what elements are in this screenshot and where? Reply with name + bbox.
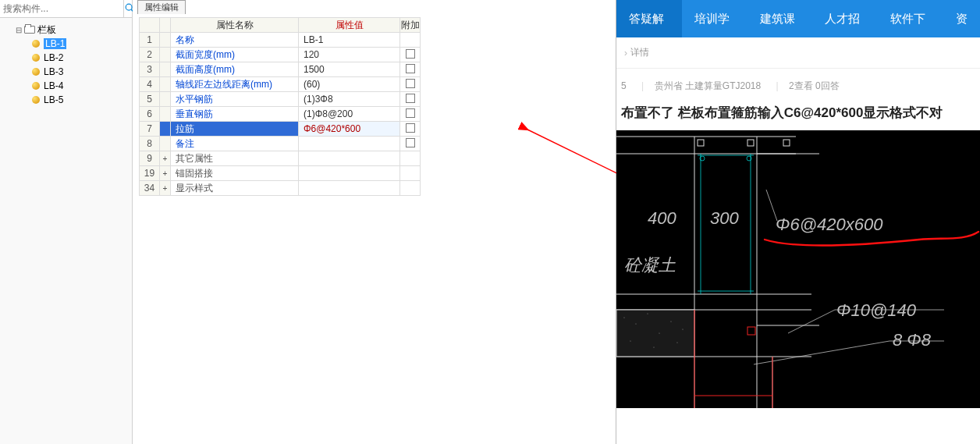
row-number: 4 [140,77,160,92]
extra-checkbox-cell[interactable] [400,92,421,107]
expand-toggle [160,48,171,62]
cad-label-2: Φ10@140 [836,300,917,320]
property-value[interactable] [299,137,400,151]
tree-node-item[interactable]: LB-1 [3,37,129,51]
tab-property-edit[interactable]: 属性编辑 [137,0,186,14]
property-row[interactable]: 5水平钢筋(1)3Φ8 [140,92,421,107]
nav-item[interactable]: 培训学习 [682,0,747,37]
tree-node-root[interactable]: ⊟ 栏板 [3,23,129,37]
extra-checkbox-cell[interactable] [400,62,421,77]
checkbox[interactable] [406,94,415,103]
nav-item[interactable]: 软件下载 [878,0,943,37]
svg-point-23 [659,332,659,333]
property-name: 水平钢筋 [171,92,299,107]
extra-checkbox-cell[interactable] [400,77,421,92]
col-expand [160,18,171,33]
checkbox[interactable] [406,138,415,147]
cad-label-1: Φ6@420x600 [776,215,883,234]
property-row[interactable]: 19+锚固搭接 [140,166,421,181]
row-number: 6 [140,107,160,122]
search-input[interactable] [0,0,123,17]
cad-svg: 400 300 Φ6@420x600 砼凝土 Φ10@140 8 Φ8 [616,130,980,408]
svg-rect-40 [783,140,790,146]
checkbox[interactable] [406,49,415,59]
property-value[interactable]: LB-1 [299,33,400,48]
meta-b: 贵州省 土建算量GTJ2018 [655,80,762,91]
tree-item-label: LB-2 [44,52,63,63]
nav-item[interactable]: 答疑解惑 [616,0,682,37]
property-row[interactable]: 1名称LB-1 [140,33,421,48]
row-number: 34 [140,181,160,196]
tree-node-item[interactable]: LB-5 [3,93,129,107]
col-extra: 附加 [400,18,421,33]
svg-point-28 [676,342,677,343]
property-row[interactable]: 2截面宽度(mm)120 [140,48,421,62]
tree-item-label: LB-4 [44,80,63,91]
extra-checkbox-cell [400,166,421,181]
checkbox[interactable] [406,123,415,133]
property-value[interactable]: (1)3Φ8 [299,92,400,107]
svg-rect-37 [747,327,755,335]
property-value[interactable]: 1500 [299,62,400,77]
property-row[interactable]: 4轴线距左边线距离(mm)(60) [140,77,421,92]
svg-rect-38 [698,140,704,146]
property-name: 垂直钢筋 [171,107,299,122]
tree-node-item[interactable]: LB-4 [3,79,129,93]
extra-checkbox-cell [400,181,421,196]
extra-checkbox-cell[interactable] [400,122,421,137]
tree-node-item[interactable]: LB-2 [3,51,129,65]
property-value[interactable]: 120 [299,48,400,62]
row-number: 9 [140,151,160,166]
property-row[interactable]: 8备注 [140,137,421,151]
search-bar [0,0,132,18]
tree-node-item[interactable]: LB-3 [3,65,129,79]
property-name: 名称 [171,33,299,48]
property-value[interactable]: Φ6@420*600 [299,122,400,137]
property-value[interactable] [299,166,400,181]
svg-point-20 [623,317,624,318]
checkbox[interactable] [406,79,415,88]
property-row[interactable]: 6垂直钢筋(1)Φ8@200 [140,107,421,122]
extra-checkbox-cell[interactable] [400,48,421,62]
component-icon [30,66,42,77]
svg-point-0 [126,4,132,10]
property-name: 截面高度(mm) [171,62,299,77]
expand-toggle[interactable]: + [160,181,171,196]
expand-toggle[interactable]: + [160,166,171,181]
top-nav: 答疑解惑 培训学习 建筑课堂 人才招聘 软件下载 资 [616,0,980,37]
cad-concrete: 砼凝土 [624,255,676,275]
property-value[interactable] [299,181,400,196]
cad-dim-400: 400 [648,208,676,228]
property-name: 轴线距左边线距离(mm) [171,77,299,92]
svg-point-21 [635,323,636,324]
checkbox[interactable] [406,108,415,118]
property-name: 显示样式 [171,181,299,196]
extra-checkbox-cell[interactable] [400,137,421,151]
property-value[interactable]: (60) [299,77,400,92]
component-icon [30,52,42,63]
property-row[interactable]: 34+显示样式 [140,181,421,196]
divider: | [641,80,644,91]
nav-item[interactable]: 建筑课堂 [747,0,813,37]
row-number: 2 [140,48,160,62]
nav-item[interactable]: 人才招聘 [812,0,878,37]
cad-dim-300: 300 [710,208,739,228]
tab-strip: 属性编辑 [133,0,616,14]
property-value[interactable]: (1)Φ8@200 [299,107,400,122]
checkbox[interactable] [406,64,415,73]
expand-toggle [160,137,171,151]
property-row[interactable]: 7拉筋Φ6@420*600 [140,122,421,137]
divider: | [776,80,779,91]
crumb-tail: 详情 [630,46,649,59]
property-row[interactable]: 9+其它属性 [140,151,421,166]
expand-toggle[interactable]: + [160,151,171,166]
property-value[interactable] [299,151,400,166]
property-name: 其它属性 [171,151,299,166]
breadcrumb: › 详情 [616,37,980,69]
nav-item[interactable]: 资 [943,0,980,37]
collapse-icon[interactable]: ⊟ [14,26,23,34]
extra-checkbox-cell[interactable] [400,107,421,122]
col-value: 属性值 [299,18,400,33]
extra-checkbox-cell [400,151,421,166]
property-row[interactable]: 3截面高度(mm)1500 [140,62,421,77]
